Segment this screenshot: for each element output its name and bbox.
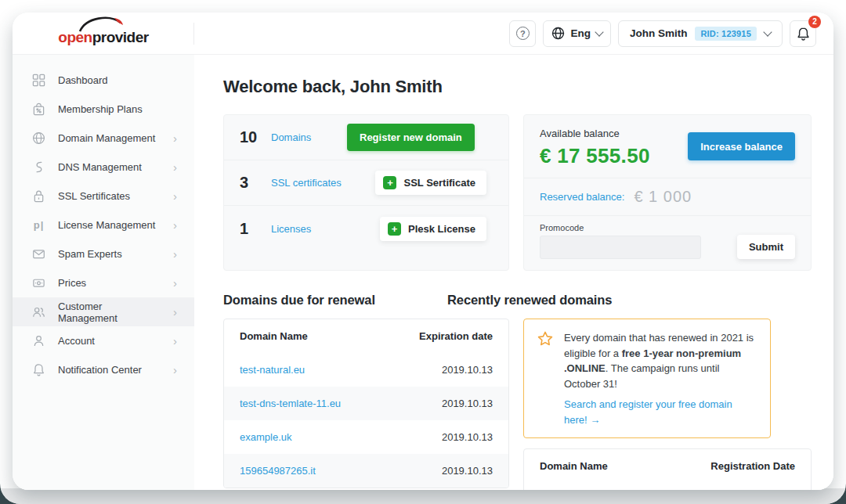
expiration-date: 2019.10.13 — [442, 465, 493, 477]
domain-link[interactable]: example.uk — [240, 431, 291, 443]
column-registration-date: Registration Date — [710, 460, 795, 472]
chevron-right-icon — [173, 219, 177, 231]
notifications-button[interactable]: 2 — [790, 20, 816, 47]
column-expiration-date: Expiration date — [419, 330, 493, 342]
chevron-right-icon — [173, 190, 177, 202]
sidebar-item-label: Customer Management — [58, 301, 161, 324]
sidebar-item-dns-management[interactable]: DNS Management — [13, 153, 194, 182]
sidebar-item-label: Dashboard — [58, 74, 108, 86]
globe-icon — [31, 131, 46, 145]
discount-bag-icon — [31, 103, 46, 116]
logo-swoosh-icon — [69, 16, 130, 33]
plus-icon — [383, 176, 396, 189]
top-bar: openprovider ? Eng John Smi — [13, 13, 833, 55]
available-balance-label: Available balance — [540, 128, 650, 139]
table-row: example.uk 2019.10.13 — [224, 420, 508, 454]
add-plesk-license-button[interactable]: Plesk License — [380, 217, 486, 241]
column-domain-name: Domain Name — [240, 330, 308, 342]
tables-columns: Domain Name Expiration date test-natural… — [223, 319, 812, 490]
licenses-count: 1 — [240, 220, 271, 238]
reserved-balance-amount: € 1 000 — [634, 188, 692, 206]
ssl-certificates-link[interactable]: SSL certificates — [271, 177, 342, 189]
available-balance-section: Available balance € 17 555.50 Increase b… — [524, 115, 811, 178]
plesk-license-icon: p| — [31, 219, 46, 231]
sidebar-item-label: Domain Management — [58, 132, 155, 144]
increase-balance-button[interactable]: Increase balance — [688, 132, 795, 160]
renewal-section-title: Domains due for renewal — [223, 293, 447, 308]
sidebar-item-label: Notification Center — [58, 364, 142, 376]
chevron-right-icon — [173, 161, 177, 173]
sidebar-item-label: Spam Experts — [58, 248, 122, 260]
stat-row-ssl: 3 SSL certificates SSL Sertificate — [224, 160, 508, 206]
domains-link[interactable]: Domains — [271, 131, 338, 143]
plus-icon — [388, 222, 401, 236]
domain-link[interactable]: 159654987265.it — [240, 465, 316, 477]
openprovider-logo[interactable]: openprovider — [58, 22, 148, 45]
sidebar-item-license-management[interactable]: p| License Management — [13, 211, 194, 239]
sidebar-item-label: DNS Management — [58, 161, 142, 173]
chevron-right-icon — [173, 306, 177, 318]
app-body: Dashboard Membership Plans Domain Manage… — [13, 55, 833, 490]
register-new-domain-button[interactable]: Register new domain — [347, 124, 475, 151]
table-row: test-natural.eu 2019.10.13 — [524, 483, 811, 490]
chevron-right-icon — [173, 277, 177, 289]
stats-card: 10 Domains Register new domain 3 SSL cer… — [223, 114, 509, 271]
promo-banner-text: Every domain that has renewed in 2021 is… — [564, 330, 757, 427]
promocode-input[interactable] — [540, 236, 701, 259]
sidebar-item-dashboard[interactable]: Dashboard — [13, 66, 194, 95]
question-mark-icon: ? — [516, 27, 530, 40]
add-ssl-sertificate-button[interactable]: SSL Sertificate — [375, 171, 486, 195]
balance-card: Available balance € 17 555.50 Increase b… — [523, 114, 812, 271]
domain-link[interactable]: test-natural.eu — [240, 364, 305, 376]
customers-icon — [31, 305, 46, 319]
sidebar-item-label: Account — [58, 335, 95, 347]
renewal-column: Domain Name Expiration date test-natural… — [223, 319, 509, 490]
notification-count-badge: 2 — [808, 16, 821, 28]
stat-row-licenses: 1 Licenses Plesk License — [224, 206, 508, 251]
promocode-section: Promocode Submit — [524, 216, 811, 270]
table-row: test-dns-temlate-11.eu 2019.10.13 — [224, 387, 508, 420]
sidebar-item-account[interactable]: Account — [13, 326, 194, 355]
table-row: 159654987265.it 2019.10.13 — [224, 454, 508, 488]
chevron-right-icon — [173, 132, 177, 144]
user-menu[interactable]: John Smith RID: 123915 — [618, 20, 783, 47]
bell-icon — [797, 27, 810, 41]
table-header-row: Domain Name Registration Date — [524, 449, 811, 483]
main-content: Welcome back, John Smith 10 Domains Regi… — [194, 55, 833, 490]
button-label: SSL Sertificate — [403, 177, 475, 189]
app-window: openprovider ? Eng John Smi — [13, 13, 833, 490]
dns-curve-icon — [31, 160, 46, 174]
chevron-right-icon — [173, 364, 177, 376]
sidebar-item-label: Prices — [58, 277, 86, 289]
language-label: Eng — [570, 27, 591, 39]
sidebar-item-domain-management[interactable]: Domain Management — [13, 124, 194, 153]
free-domain-link[interactable]: Search and register your free domain her… — [564, 397, 757, 427]
column-domain-name: Domain Name — [540, 460, 608, 472]
sidebar-item-label: License Management — [58, 219, 155, 231]
sidebar-item-prices[interactable]: Prices — [13, 268, 194, 297]
sidebar-item-notification-center[interactable]: Notification Center — [13, 355, 194, 384]
sidebar-item-ssl-sertificates[interactable]: SSL Sertificates — [13, 182, 194, 211]
promocode-label: Promocode — [540, 223, 701, 232]
domains-count: 10 — [240, 128, 271, 146]
sidebar: Dashboard Membership Plans Domain Manage… — [13, 55, 194, 490]
reserved-balance-link[interactable]: Reserved balance: — [540, 191, 624, 203]
licenses-link[interactable]: Licenses — [271, 223, 338, 235]
lock-icon — [31, 189, 46, 203]
sidebar-item-label: Membership Plans — [58, 103, 143, 115]
promocode-submit-button[interactable]: Submit — [737, 235, 795, 259]
sidebar-item-membership-plans[interactable]: Membership Plans — [13, 95, 194, 124]
envelope-icon — [31, 247, 46, 261]
language-selector[interactable]: Eng — [543, 20, 611, 47]
renewed-column: Every domain that has renewed in 2021 is… — [523, 319, 812, 490]
person-icon — [31, 334, 46, 347]
price-card-icon — [31, 276, 46, 290]
renewed-section-title: Recently renewed domains — [447, 293, 612, 308]
help-button[interactable]: ? — [509, 20, 536, 47]
sidebar-item-spam-experts[interactable]: Spam Experts — [13, 239, 194, 268]
expiration-date: 2019.10.13 — [442, 364, 493, 376]
topbar-controls: ? Eng John Smith RID: 123915 — [509, 20, 833, 47]
domain-link[interactable]: test-dns-temlate-11.eu — [240, 398, 341, 409]
summary-cards-row: 10 Domains Register new domain 3 SSL cer… — [223, 114, 812, 271]
sidebar-item-customer-management[interactable]: Customer Management — [13, 297, 194, 326]
